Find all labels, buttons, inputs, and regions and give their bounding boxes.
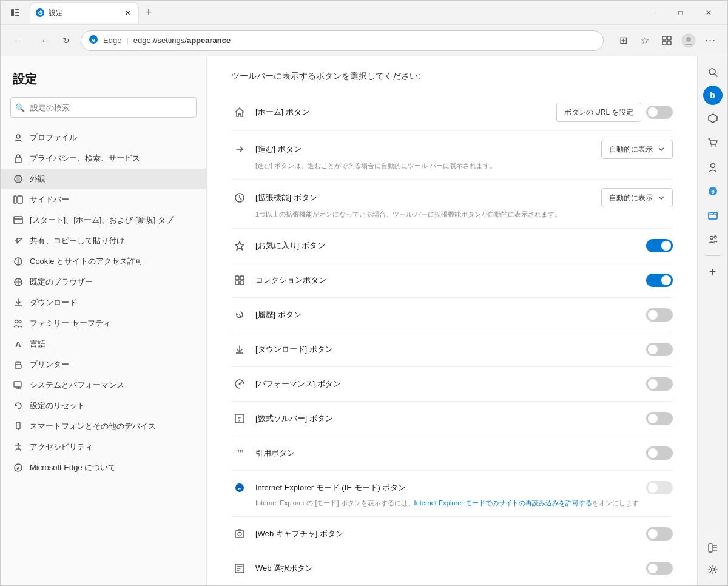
svg-text:": ": [240, 449, 243, 458]
svg-rect-2: [15, 12, 19, 13]
sidebar-item-profile[interactable]: プロファイル: [1, 127, 206, 148]
maximize-button[interactable]: □: [667, 3, 695, 22]
search-sidebar-icon[interactable]: [702, 61, 724, 83]
forward-dropdown[interactable]: 自動的に表示: [601, 140, 673, 159]
performance-button-control: [646, 377, 673, 391]
close-button[interactable]: ✕: [695, 3, 723, 22]
browser-frame: ⚙ 設定 ✕ + ─ □ ✕ ← → ↻ e Edge | edge://set…: [0, 0, 728, 586]
svg-rect-1: [15, 9, 19, 10]
home-row-icon: [231, 104, 248, 121]
section-title: ツールバーに表示するボタンを選択してください:: [231, 71, 673, 82]
forward-row-icon: [231, 141, 248, 158]
defaultbrowser-nav-icon: [13, 277, 24, 288]
sidebar-item-about[interactable]: e Microsoft Edge について: [1, 457, 206, 478]
bing-copilot-icon[interactable]: b: [703, 86, 723, 105]
favorites-button[interactable]: ☆: [635, 31, 655, 50]
sidebar-item-printer[interactable]: プリンター: [1, 354, 206, 375]
svg-point-27: [15, 320, 18, 323]
edge-extensions-icon[interactable]: [702, 107, 724, 129]
svg-line-67: [715, 74, 717, 76]
edge-icon[interactable]: e: [702, 180, 724, 202]
tab-title: 設定: [49, 8, 118, 18]
collections-button-toggle[interactable]: [646, 274, 673, 287]
search-box: 🔍: [10, 97, 197, 118]
sidebar-item-downloads[interactable]: ダウンロード: [1, 292, 206, 313]
svg-rect-18: [18, 196, 22, 203]
accessibility-nav-icon: [13, 442, 24, 453]
webcapture-button-toggle[interactable]: [646, 527, 673, 541]
forward-button[interactable]: →: [32, 31, 52, 50]
svg-rect-17: [14, 196, 16, 203]
home-button-toggle[interactable]: [646, 106, 673, 119]
url-text: edge://settings/appearance: [133, 36, 231, 45]
svg-point-14: [16, 135, 20, 138]
profile-sidebar-icon[interactable]: [702, 156, 724, 178]
sidebar-item-privacy[interactable]: プライバシー、検索、サービス: [1, 148, 206, 169]
iemode-button-sub: Internet Explorer の [モード] ボタンを表示するには、Int…: [231, 499, 639, 508]
citation-button-toggle[interactable]: [646, 446, 673, 460]
sidebar-item-language[interactable]: A 言語: [1, 334, 206, 354]
webselect-button-label: Web 選択ボタン: [255, 563, 646, 574]
webselect-button-toggle[interactable]: [646, 562, 673, 575]
sidebar-item-system[interactable]: システムとパフォーマンス: [1, 375, 206, 396]
svg-point-75: [710, 237, 713, 240]
more-button[interactable]: ···: [701, 31, 720, 50]
outlook-icon[interactable]: [702, 204, 724, 226]
svg-rect-10: [662, 41, 666, 45]
sidebar-item-cookies[interactable]: Cookie とサイトのアクセス許可: [1, 251, 206, 272]
sidebar-item-reset[interactable]: 設定のリセット: [1, 396, 206, 416]
history-button-toggle[interactable]: [646, 308, 673, 322]
iemode-button-control: [646, 481, 673, 494]
title-bar: ⚙ 設定 ✕ + ─ □ ✕: [1, 1, 727, 25]
tab-close-button[interactable]: ✕: [121, 7, 133, 19]
extensions-button-label: [拡張機能] ボタン: [255, 192, 601, 203]
sidebar-item-sidebar[interactable]: サイドバー: [1, 189, 206, 210]
sidebar-toggle-button[interactable]: [5, 3, 25, 22]
about-nav-label: Microsoft Edge について: [30, 462, 194, 473]
profile-button[interactable]: [679, 31, 698, 50]
split-screen-button[interactable]: ⊞: [613, 31, 633, 50]
minimize-button[interactable]: ─: [639, 3, 667, 22]
settings-sidebar-icon[interactable]: [702, 559, 724, 581]
add-sidebar-icon[interactable]: +: [702, 261, 724, 283]
shopping-icon[interactable]: [702, 132, 724, 153]
sidebar-item-appearance[interactable]: 外観: [1, 169, 206, 189]
svg-rect-77: [709, 544, 712, 552]
active-tab[interactable]: ⚙ 設定 ✕: [30, 2, 139, 23]
favorites-toggle-slider: [646, 239, 673, 252]
set-url-button[interactable]: ボタンの URL を設定: [556, 103, 641, 122]
iemode-toggle-slider: [646, 481, 673, 494]
sidebar-item-defaultbrowser[interactable]: 既定のブラウザー: [1, 272, 206, 292]
right-sidebar: b e +: [697, 56, 727, 585]
performance-button-toggle[interactable]: [646, 377, 673, 391]
mathsolver-toggle-slider: [646, 412, 673, 425]
svg-rect-8: [662, 36, 666, 40]
sidebar-item-share[interactable]: 共有、コピーして貼り付け: [1, 231, 206, 251]
extensions-dropdown[interactable]: 自動的に表示: [601, 188, 673, 207]
mathsolver-button-toggle[interactable]: [646, 412, 673, 425]
svg-point-76: [714, 236, 716, 238]
webcapture-button-control: [646, 527, 673, 541]
sidebar-item-newtab[interactable]: [スタート]、[ホーム]、および [新規] タブ: [1, 210, 206, 231]
back-button[interactable]: ←: [8, 31, 27, 50]
home-button-control: ボタンの URL を設定: [556, 103, 673, 122]
downloads-button-toggle[interactable]: [646, 343, 673, 356]
settings-search-input[interactable]: [10, 97, 197, 118]
collections-button[interactable]: [657, 31, 676, 50]
svg-rect-55: [235, 531, 244, 537]
reset-nav-label: 設定のリセット: [30, 400, 194, 411]
downloads-toggle-slider: [646, 343, 673, 356]
expand-sidebar-icon[interactable]: [702, 537, 724, 559]
history-button-row: [履歴] ボタン: [231, 298, 673, 332]
iemode-link[interactable]: Internet Explorer モードでのサイトの再読み込みを許可する: [414, 499, 592, 507]
sidebar-item-mobile[interactable]: スマートフォンとその他のデバイス: [1, 416, 206, 437]
sidebar-item-family[interactable]: ファミリー セーフティ: [1, 313, 206, 334]
sidebar-item-accessibility[interactable]: アクセシビリティ: [1, 437, 206, 457]
teams-icon[interactable]: [702, 229, 724, 251]
address-field[interactable]: e Edge | edge://settings/appearance: [81, 30, 604, 51]
refresh-button[interactable]: ↻: [56, 31, 76, 50]
svg-rect-31: [14, 382, 21, 387]
svg-text:⚙: ⚙: [38, 10, 43, 16]
new-tab-button[interactable]: +: [139, 3, 158, 22]
favorites-button-toggle[interactable]: [646, 239, 673, 252]
